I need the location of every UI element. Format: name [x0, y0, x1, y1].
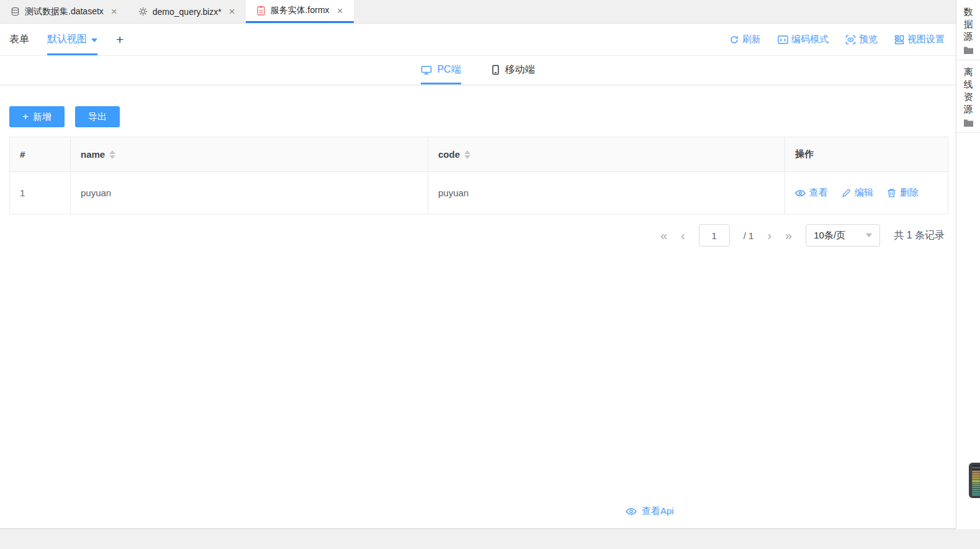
right-sidebar: 数据源 离线资源 [956, 0, 980, 529]
editor-main: 测试数据集.datasetx × demo_query.bizx* × 服务实体… [0, 0, 956, 549]
next-page-button[interactable]: › [767, 229, 771, 242]
trash-icon [887, 188, 896, 198]
form-mode-label: 表单 [9, 24, 29, 55]
gear-icon [138, 7, 148, 16]
column-header-name-label: name [81, 149, 105, 160]
chevron-down-icon [91, 39, 97, 42]
refresh-icon [729, 35, 739, 45]
form-preview-canvas: + 新增 导出 # name [0, 86, 956, 529]
prev-page-button[interactable]: ‹ [681, 229, 685, 242]
view-row-link[interactable]: 查看 [795, 187, 828, 199]
column-header-name[interactable]: name [71, 137, 428, 172]
code-mode-button[interactable]: 编码模式 [778, 34, 829, 45]
database-icon [11, 7, 20, 16]
view-api-label: 查看Api [642, 506, 674, 517]
page-number-input[interactable] [699, 224, 730, 247]
cell-code: puyuan [428, 172, 785, 214]
tab-pc[interactable]: PC端 [421, 56, 461, 84]
table-header-row: # name code 操作 [10, 137, 948, 172]
sort-icon [109, 150, 115, 159]
code-mode-label: 编码模式 [791, 34, 829, 45]
eye-icon [626, 507, 637, 516]
page-size-value: 10条/页 [814, 230, 845, 242]
export-button-label: 导出 [88, 111, 107, 123]
close-icon[interactable]: × [111, 6, 117, 17]
preview-label: 预览 [859, 34, 878, 45]
column-header-index: # [10, 137, 71, 172]
first-page-button[interactable]: « [660, 229, 667, 242]
monitor-icon [421, 65, 432, 75]
form-toolbar: 表单 默认视图 + 刷新 编码模式 [0, 24, 956, 56]
close-icon[interactable]: × [229, 6, 235, 17]
last-page-button[interactable]: » [785, 229, 792, 242]
toolbar-actions: 刷新 编码模式 预览 视图设置 [729, 24, 945, 55]
preview-icon [845, 35, 856, 45]
page-size-select[interactable]: 10条/页 [806, 224, 880, 247]
datasource-label: 数据源 [963, 6, 974, 43]
file-tab-bar: 测试数据集.datasetx × demo_query.bizx* × 服务实体… [0, 0, 956, 24]
edit-icon [842, 188, 851, 197]
view-api-link[interactable]: 查看Api [626, 506, 674, 517]
add-button-label: 新增 [33, 111, 52, 123]
table-action-buttons: + 新增 导出 [0, 86, 956, 127]
close-icon[interactable]: × [337, 6, 343, 16]
tab-label: 服务实体.formx [271, 5, 330, 16]
device-tab-bar: PC端 移动端 [0, 56, 956, 85]
plus-icon: + [22, 111, 29, 123]
sidebar-item-datasource[interactable]: 数据源 [956, 0, 980, 60]
delete-row-link[interactable]: 删除 [887, 187, 919, 199]
view-settings-icon [894, 35, 904, 45]
tab-mobile[interactable]: 移动端 [491, 56, 535, 84]
view-settings-label: 视图设置 [907, 34, 945, 45]
folder-icon [963, 116, 974, 127]
cell-operations: 查看 编辑 [785, 172, 948, 214]
cell-index: 1 [10, 172, 71, 214]
toolbar-spacer [124, 24, 729, 55]
tab-mobile-label: 移动端 [505, 63, 535, 76]
view-selector-label: 默认视图 [47, 33, 87, 46]
code-mode-icon [778, 35, 788, 45]
refresh-label: 刷新 [742, 34, 761, 45]
cell-name: puyuan [71, 172, 428, 214]
edit-row-link[interactable]: 编辑 [842, 187, 873, 199]
column-header-code-label: code [438, 149, 460, 160]
add-button[interactable]: + 新增 [9, 106, 65, 127]
export-button[interactable]: 导出 [75, 106, 120, 127]
add-view-button[interactable]: + [116, 24, 124, 55]
view-row-label: 查看 [809, 187, 828, 199]
pagination: « ‹ / 1 › » 10条/页 共 1 条记录 [0, 224, 945, 247]
tab-query-file[interactable]: demo_query.bizx* × [128, 0, 246, 23]
chevron-down-icon [866, 234, 872, 237]
column-header-code[interactable]: code [428, 137, 785, 172]
sort-icon [464, 150, 470, 159]
folder-icon [963, 43, 974, 55]
total-pages-label: / 1 [744, 230, 754, 241]
delete-row-label: 删除 [900, 187, 919, 199]
app-window: { "window": { "tabs": [ { "label": "测试数据… [0, 0, 980, 549]
offline-resources-label: 离线资源 [963, 66, 974, 116]
tab-dataset-file[interactable]: 测试数据集.datasetx × [0, 0, 128, 23]
tab-form-file[interactable]: 服务实体.formx × [246, 0, 354, 23]
data-table: # name code 操作 [9, 137, 948, 214]
tab-pc-label: PC端 [437, 63, 461, 76]
view-settings-button[interactable]: 视图设置 [894, 34, 945, 45]
edit-row-label: 编辑 [855, 187, 873, 199]
minimap-scroll-widget[interactable] [969, 463, 980, 498]
sidebar-item-offline-resources[interactable]: 离线资源 [956, 60, 980, 133]
preview-button[interactable]: 预览 [845, 34, 878, 45]
table-row: 1 puyuan puyuan 查看 [10, 172, 948, 214]
column-header-operations: 操作 [785, 137, 948, 172]
form-icon [256, 6, 266, 16]
tab-label: 测试数据集.datasetx [25, 6, 104, 17]
eye-icon [795, 189, 806, 197]
refresh-button[interactable]: 刷新 [729, 34, 761, 45]
phone-icon [491, 65, 500, 75]
record-count-label: 共 1 条记录 [894, 229, 945, 242]
tab-label: demo_query.bizx* [153, 7, 222, 17]
view-selector[interactable]: 默认视图 [47, 24, 97, 55]
